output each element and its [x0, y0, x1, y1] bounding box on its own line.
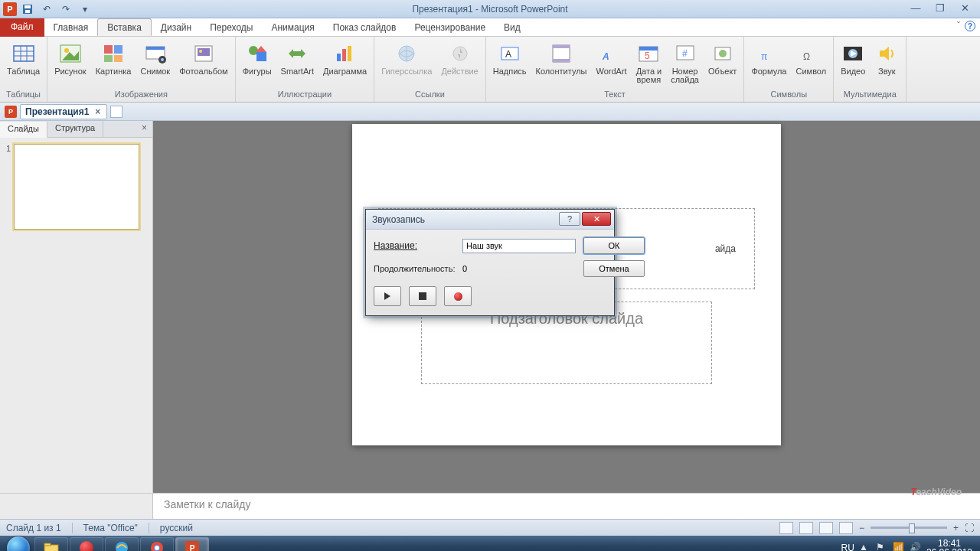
ribbon-audio-button[interactable]: Звук [871, 39, 903, 90]
svg-rect-27 [342, 49, 346, 61]
duration-label: Продолжительность: [374, 264, 456, 273]
qat-customize-icon[interactable]: ▾ [77, 1, 93, 18]
svg-rect-12 [114, 45, 122, 54]
svg-marker-50 [880, 47, 889, 60]
dialog-help-button[interactable]: ? [559, 212, 580, 226]
tray-action-center-icon[interactable]: ⚑ [876, 542, 888, 551]
menu-tab-0[interactable]: Главная [44, 18, 98, 36]
ribbon-group: ВидеоЗвукМультимедиа [834, 37, 906, 102]
maximize-button[interactable]: ❐ [928, 1, 952, 15]
qat-undo-icon[interactable]: ↶ [38, 1, 55, 18]
taskbar-powerpoint[interactable]: P [175, 537, 209, 551]
window-title: Презентация1 - Microsoft PowerPoint [412, 4, 567, 15]
ribbon-headerfooter-button[interactable]: Колонтитулы [532, 39, 591, 90]
taskbar-explorer[interactable] [34, 537, 68, 551]
ribbon-picture-button[interactable]: Рисунок [51, 39, 90, 90]
ribbon-button-label: Действие [441, 67, 478, 76]
ribbon-button-label: Фигуры [243, 67, 272, 76]
status-theme: Тема "Office" [83, 523, 138, 533]
ribbon-object-button[interactable]: Объект [704, 39, 740, 90]
play-button[interactable] [374, 286, 401, 306]
record-button[interactable] [444, 286, 472, 306]
document-bar: P Презентация1 × [0, 103, 980, 121]
ribbon-button-label: Звук [878, 67, 896, 76]
qat-redo-icon[interactable]: ↷ [57, 1, 74, 18]
ok-button[interactable]: ОК [583, 237, 645, 254]
normal-view-button[interactable] [779, 522, 793, 534]
outline-tab[interactable]: Структура [47, 121, 103, 137]
stop-button[interactable] [409, 286, 436, 306]
blank-doc-icon[interactable] [110, 106, 122, 118]
ribbon-video-button[interactable]: Видео [837, 39, 869, 90]
ribbon-group: πФормулаΩСимволСимволы [744, 37, 834, 102]
fit-window-button[interactable]: ⛶ [965, 523, 974, 533]
ribbon-equation-button[interactable]: πФормула [747, 39, 790, 90]
window-close-button[interactable]: ✕ [952, 1, 977, 15]
tray-volume-icon[interactable]: 🔊 [910, 542, 922, 551]
notes-placeholder[interactable]: Заметки к слайду [153, 494, 980, 519]
document-tab[interactable]: Презентация1 × [20, 104, 107, 119]
svg-point-56 [155, 546, 159, 550]
ribbon-clipart-button[interactable]: Картинка [92, 39, 136, 90]
ribbon-screenshot-button[interactable]: Снимок [136, 39, 174, 90]
ribbon-wordart-button[interactable]: AWordArt [593, 39, 631, 90]
zoom-in-button[interactable]: + [953, 523, 959, 533]
help-icon[interactable]: ? [965, 21, 975, 31]
dialog-titlebar[interactable]: Звукозапись ? ✕ [366, 210, 614, 230]
menu-tab-1[interactable]: Вставка [97, 18, 152, 36]
textbox-icon: A [498, 41, 522, 66]
dialog-close-button[interactable]: ✕ [582, 212, 611, 226]
svg-rect-3 [14, 46, 34, 61]
ribbon-smartart-button[interactable]: SmartArt [277, 39, 318, 90]
menu-tab-2[interactable]: Дизайн [152, 18, 201, 36]
status-language[interactable]: русский [160, 523, 193, 533]
svg-rect-11 [104, 45, 113, 54]
zoom-out-button[interactable]: − [859, 523, 864, 533]
name-label: Название: [374, 240, 456, 251]
reading-view-button[interactable] [819, 522, 833, 534]
taskbar-chrome[interactable] [140, 537, 174, 551]
ribbon-group-label: Изображения [47, 90, 235, 102]
cancel-button[interactable]: Отмена [583, 260, 645, 277]
start-button[interactable] [3, 536, 34, 551]
name-input[interactable] [462, 239, 576, 253]
tray-lang[interactable]: RU [841, 543, 854, 551]
qat-save-icon[interactable] [19, 1, 36, 18]
minimize-button[interactable]: — [903, 1, 928, 15]
taskbar-ie[interactable] [105, 537, 139, 551]
taskbar-opera[interactable] [70, 537, 103, 551]
tray-network-icon[interactable]: 📶 [893, 542, 905, 551]
ribbon-chart-button[interactable]: Диаграмма [319, 39, 371, 90]
menu-tab-5[interactable]: Показ слайдов [324, 18, 406, 36]
ribbon-slidenum-button[interactable]: #Номер слайда [667, 39, 703, 90]
ribbon-button-label: Картинка [96, 67, 132, 76]
ribbon-shapes-button[interactable]: Фигуры [239, 39, 276, 90]
menu-tab-7[interactable]: Вид [495, 18, 530, 36]
slides-tab[interactable]: Слайды [0, 122, 47, 138]
sorter-view-button[interactable] [799, 522, 813, 534]
document-close-icon[interactable]: × [93, 106, 102, 117]
svg-rect-23 [256, 52, 266, 61]
ribbon-minimize-icon[interactable]: ˇ [957, 21, 960, 31]
slideshow-view-button[interactable] [839, 522, 853, 534]
menu-tab-4[interactable]: Анимация [262, 18, 323, 36]
zoom-slider[interactable] [871, 527, 947, 529]
ribbon-datetime-button[interactable]: 5Дата и время [632, 39, 666, 90]
ribbon-symbol-button[interactable]: ΩСимвол [792, 39, 830, 90]
ribbon-table-button[interactable]: Таблица [3, 39, 44, 90]
status-bar: Слайд 1 из 1 Тема "Office" русский − + ⛶ [0, 519, 980, 536]
file-tab[interactable]: Файл [0, 18, 44, 37]
ribbon-button-label: SmartArt [281, 67, 314, 76]
ribbon-group: ФигурыSmartArtДиаграммаИллюстрации [236, 37, 375, 102]
pane-close-icon[interactable]: × [136, 121, 152, 137]
svg-rect-13 [104, 55, 113, 62]
menu-tab-6[interactable]: Рецензирование [405, 18, 495, 36]
ribbon-album-button[interactable]: Фотоальбом [175, 39, 232, 90]
slide-thumbnail[interactable]: 1 [6, 144, 146, 230]
menu-tab-3[interactable]: Переходы [201, 18, 262, 36]
tray-clock[interactable]: 18:41 26.06.2012 [926, 539, 977, 551]
ribbon-textbox-button[interactable]: AНадпись [489, 39, 531, 90]
svg-point-44 [719, 50, 727, 57]
tray-flag-icon[interactable]: ▲ [859, 542, 871, 551]
notes-pane: Заметки к слайду [0, 493, 980, 519]
